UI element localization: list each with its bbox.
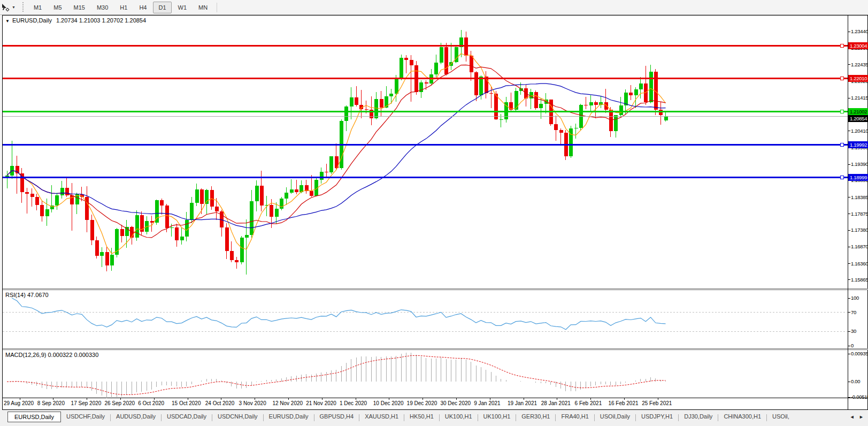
timeframe-button-mn[interactable]: MN [193, 2, 213, 13]
tab-usdjpy-h1[interactable]: USDJPY,H1 [636, 412, 678, 422]
tab-eurusd-daily[interactable]: EURUSD,Daily [7, 412, 61, 422]
cursor-tool-button[interactable]: ▼ [0, 3, 19, 12]
date-label: 29 Aug 2020 [4, 400, 34, 406]
macd-tick-label: -0.005156 [851, 393, 868, 400]
candle-body [250, 201, 254, 235]
price-tick-label: 1.17380 [851, 226, 868, 233]
line-handle[interactable] [840, 143, 843, 146]
toolbar-grip-handle[interactable] [22, 2, 25, 13]
candle-body [200, 189, 204, 204]
macd-indicator-label: MACD(12,26,9) 0.000322 0.000330 [5, 352, 98, 358]
candle-body [659, 110, 663, 115]
rsi-tick-label: 30 [851, 328, 856, 334]
timeframe-button-h4[interactable]: H4 [134, 2, 152, 13]
tab-eurusd-daily[interactable]: EURUSD,Daily [264, 412, 314, 422]
candle-body [170, 227, 174, 228]
rsi-indicator-label: RSI(14) 47.0670 [5, 292, 49, 298]
chart-tabs: EURUSD,DailyUSDCHF,DailyAUDUSD,DailyUSDC… [7, 412, 795, 422]
candle-body [275, 209, 279, 217]
tab-audusd-daily[interactable]: AUDUSD,Daily [111, 412, 161, 422]
line-handle[interactable] [840, 44, 843, 48]
candle-body [260, 186, 264, 206]
tab-uk100-h1[interactable]: UK100,H1 [440, 412, 478, 422]
date-label: 10 Dec 2020 [373, 400, 404, 406]
timeframe-button-w1[interactable]: W1 [173, 2, 193, 13]
timeframe-button-h1[interactable]: H1 [114, 2, 133, 13]
timeframe-button-m1[interactable]: M1 [28, 2, 47, 13]
candle-body [110, 255, 114, 266]
toolbar: ▼ M1M5M15M30H1H4D1W1MN [0, 0, 868, 15]
candle-body [380, 99, 383, 108]
tab-uk100-h1[interactable]: UK100,H1 [478, 412, 516, 422]
macd-tick-label: 0.009354 [851, 350, 868, 357]
price-level-tag: 1.20854 [848, 115, 868, 122]
chevron-down-icon[interactable]: ▼ [12, 5, 16, 9]
line-handle[interactable] [840, 77, 843, 80]
chart-window[interactable]: ▼EURUSD,Daily1.20734 1.21003 1.20702 1.2… [2, 15, 868, 410]
candle-body [584, 105, 588, 105]
candle-body [329, 156, 333, 172]
price-tick-label: 1.19390 [851, 161, 868, 168]
tab-gbpusd-h4[interactable]: GBPUSD,H4 [314, 412, 359, 422]
price-tick-label: 1.18385 [851, 194, 868, 201]
tab-china300-h1[interactable]: CHINA300,H1 [718, 412, 766, 422]
timeframe-button-d1[interactable]: D1 [153, 2, 171, 13]
candle-body [649, 72, 653, 103]
candle-body [589, 102, 593, 105]
date-label: 1 Dec 2020 [340, 400, 367, 406]
price-tick-label: 1.17875 [851, 210, 868, 217]
candle-body [95, 240, 99, 256]
line-handle[interactable] [840, 110, 843, 113]
tab-dj30-daily[interactable]: DJ30,Daily [679, 412, 718, 422]
date-label: 6 Oct 2020 [138, 400, 164, 406]
candle-body [479, 77, 483, 95]
tab-ger30-h1[interactable]: GER30,H1 [516, 412, 555, 422]
date-label: 17 Sep 2020 [71, 400, 102, 406]
tab-usdchf-daily[interactable]: USDCHF,Daily [61, 412, 110, 422]
candle-body [105, 252, 109, 266]
candle-body [639, 83, 643, 89]
candle-body [320, 172, 324, 180]
candle-body [100, 252, 104, 256]
candle-body [235, 260, 239, 262]
price-tick-label: 1.15865 [851, 276, 868, 283]
tab-usoil[interactable]: USOil, [767, 412, 795, 422]
candle-body [55, 195, 59, 206]
line-handle[interactable] [840, 176, 843, 179]
candle-body [664, 116, 668, 120]
tab-usoil-daily[interactable]: USOil,Daily [595, 412, 635, 422]
tab-hk50-h1[interactable]: HK50,H1 [404, 412, 439, 422]
candle-body [425, 82, 428, 83]
candle-body [474, 72, 478, 95]
tab-scroll-left-icon[interactable]: ◄ [850, 414, 856, 420]
candle-body [534, 92, 538, 109]
timeframe-button-m5[interactable]: M5 [48, 2, 67, 13]
tab-fra40-h1[interactable]: FRA40,H1 [556, 412, 594, 422]
date-label: 6 Feb 2021 [575, 400, 602, 406]
price-tick-label: 1.21415 [851, 94, 868, 101]
candle-body [365, 109, 368, 110]
candle-body [215, 207, 219, 211]
timeframe-button-m15[interactable]: M15 [68, 2, 90, 13]
candle-body [160, 200, 164, 206]
price-level-tag: 1.22010 [848, 75, 868, 82]
chart-symbol-period: EURUSD,Daily [12, 17, 52, 24]
candle-body [70, 195, 74, 205]
tab-scroll-right-icon[interactable]: ► [859, 414, 865, 420]
candle-body [120, 229, 124, 236]
candle-body [539, 104, 543, 108]
tab-usdcnh-daily[interactable]: USDCNH,Daily [212, 412, 263, 422]
price-tick-label: 1.22435 [851, 61, 868, 68]
candle-body [604, 102, 608, 110]
tab-usdcad-daily[interactable]: USDCAD,Daily [162, 412, 212, 422]
chart-canvas[interactable] [3, 16, 868, 410]
tab-xauusd-h1[interactable]: XAUUSD,H1 [359, 412, 404, 422]
candle-body [175, 227, 179, 240]
candle-body [255, 186, 259, 201]
timeframe-button-m30[interactable]: M30 [91, 2, 113, 13]
price-tick-label: 1.23440 [851, 28, 868, 35]
candle-body [285, 193, 288, 199]
candle-body [344, 107, 348, 121]
candle-body [395, 79, 398, 94]
date-label: 26 Sep 2020 [104, 400, 135, 406]
